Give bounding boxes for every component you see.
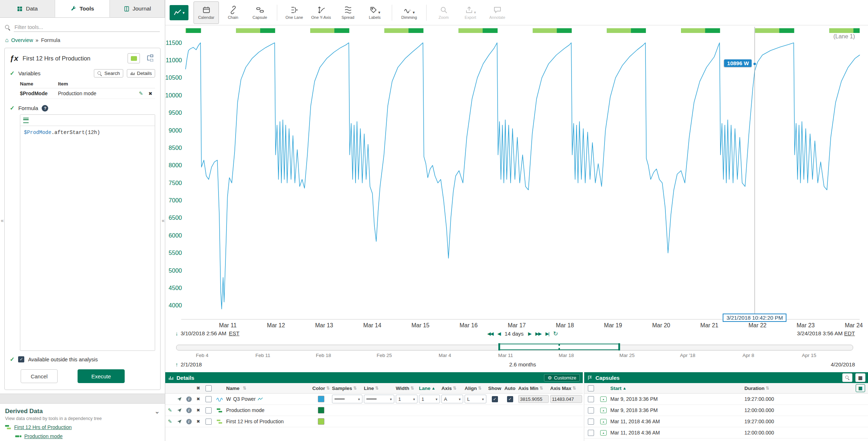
capsule-bar-dark[interactable] xyxy=(186,28,201,33)
capsule-start[interactable]: Mar 11, 2018 4:36 AM xyxy=(610,419,744,424)
y-tick-label[interactable]: 8500 xyxy=(169,144,182,151)
x-tick-label[interactable]: Mar 19 xyxy=(604,322,622,328)
capsule-checkbox[interactable] xyxy=(588,396,594,402)
col-axis-min[interactable]: Axis Min xyxy=(518,386,539,391)
remove-variable-icon[interactable]: ✖ xyxy=(146,91,155,96)
toolbar-calendar-button[interactable]: Calendar xyxy=(194,1,219,24)
timezone-link[interactable]: EST xyxy=(229,330,239,336)
timezone-link[interactable]: EDT xyxy=(844,330,855,336)
edit-tool-icon[interactable]: ✎ xyxy=(165,419,175,424)
refresh-icon[interactable]: ↻ xyxy=(553,330,558,337)
formula-lines-icon[interactable] xyxy=(23,118,29,123)
remove-item-icon[interactable]: ✖ xyxy=(194,419,203,424)
col-name[interactable]: Name xyxy=(226,386,240,391)
x-tick-label[interactable]: Mar 18 xyxy=(556,322,574,328)
cancel-button[interactable]: Cancel xyxy=(21,369,58,383)
col-lane[interactable]: Lane xyxy=(419,386,431,391)
color-swatch-button[interactable] xyxy=(128,53,140,63)
trend-chart[interactable]: 1150011000105001000095009000850080007500… xyxy=(165,25,868,329)
y-tick-label[interactable]: 9000 xyxy=(169,127,182,134)
breadcrumb-overview-link[interactable]: Overview xyxy=(11,37,33,43)
remove-item-icon[interactable]: ✖ xyxy=(194,408,203,413)
samples-style-dropdown[interactable]: ▾ xyxy=(332,395,362,403)
info-icon[interactable]: i xyxy=(186,419,192,424)
col-line[interactable]: Line xyxy=(364,386,374,391)
y-tick-label[interactable]: 11000 xyxy=(166,57,182,63)
goto-item-icon[interactable] xyxy=(175,419,184,424)
y-tick-label[interactable]: 4500 xyxy=(169,285,182,291)
color-swatch[interactable] xyxy=(318,396,324,402)
filter-tools-input[interactable] xyxy=(14,23,160,32)
available-outside-checkbox[interactable]: ✓ xyxy=(18,356,24,362)
item-name[interactable]: Q3 Power xyxy=(233,396,256,402)
customize-button[interactable]: ⚙ Customize xyxy=(544,374,580,382)
y-tick-label[interactable]: 5500 xyxy=(169,249,182,256)
col-start[interactable]: Start xyxy=(610,386,622,391)
axis-max-input[interactable]: 11483.047 xyxy=(550,395,582,403)
x-tick-label[interactable]: Mar 13 xyxy=(315,322,333,328)
edit-variable-icon[interactable]: ✎ xyxy=(136,91,146,96)
capsule-start[interactable]: Mar 11, 2018 4:36 AM xyxy=(610,430,744,436)
capsule-bar-light[interactable] xyxy=(385,28,408,33)
capsule-bar-light[interactable] xyxy=(681,28,705,33)
capsule-checkbox[interactable] xyxy=(588,407,594,413)
row-checkbox[interactable] xyxy=(205,396,212,402)
statistics-icon[interactable] xyxy=(258,397,263,401)
line-style-dropdown[interactable]: ▾ xyxy=(364,395,394,403)
toolbar-one-lane-button[interactable]: One Lane xyxy=(282,1,307,24)
step-forward-icon[interactable]: ▶ xyxy=(528,331,531,336)
x-tick-label[interactable]: Mar 20 xyxy=(652,322,670,328)
row-checkbox[interactable] xyxy=(205,419,212,425)
search-variables-button[interactable]: Search xyxy=(94,69,123,77)
tab-data[interactable]: Data xyxy=(0,0,55,17)
capsule-bar-light[interactable] xyxy=(533,28,557,33)
col-axis-max[interactable]: Axis Max xyxy=(550,386,572,391)
capsule-checkbox[interactable] xyxy=(588,419,594,425)
investigate-duration[interactable]: 2.6 months xyxy=(509,361,536,368)
y-tick-label[interactable]: 6000 xyxy=(169,232,182,239)
formula-code-area[interactable]: $ProdMode.afterStart(12h) xyxy=(20,126,155,350)
investigate-range-slider[interactable] xyxy=(176,345,853,350)
tab-journal[interactable]: Journal xyxy=(110,0,165,17)
capsule-bar-light[interactable] xyxy=(236,28,260,33)
capsule-start[interactable]: Mar 9, 2018 3:36 PM xyxy=(610,396,744,402)
y-tick-label[interactable]: 8000 xyxy=(169,162,182,168)
col-samples[interactable]: Samples xyxy=(332,386,352,391)
y-tick-label[interactable]: 7500 xyxy=(169,180,182,186)
x-tick-label[interactable]: Mar 15 xyxy=(411,322,429,328)
show-checkbox[interactable]: ✓ xyxy=(492,396,498,402)
goto-item-icon[interactable] xyxy=(175,396,184,402)
capsule-bar-light[interactable] xyxy=(186,28,186,33)
select-all-capsules-checkbox[interactable] xyxy=(588,385,594,391)
x-tick-label[interactable]: Mar 22 xyxy=(748,322,767,328)
capsule-bar-light[interactable] xyxy=(607,28,631,33)
x-tick-label[interactable]: Mar 24 xyxy=(845,322,863,328)
info-icon[interactable]: i xyxy=(186,396,192,402)
line-width-dropdown[interactable]: 1▾ xyxy=(396,395,418,403)
y-tick-label[interactable]: 7000 xyxy=(169,197,182,203)
x-tick-label[interactable]: Mar 17 xyxy=(508,322,526,328)
col-auto[interactable]: Auto xyxy=(504,386,516,391)
y-tick-label[interactable]: 11500 xyxy=(166,39,182,46)
y-tick-label[interactable]: 4000 xyxy=(169,302,182,308)
x-tick-label[interactable]: Mar 23 xyxy=(797,322,815,328)
axis-dropdown[interactable]: A▾ xyxy=(441,395,463,403)
goto-item-icon[interactable] xyxy=(175,408,184,413)
auto-scale-checkbox[interactable]: ✓ xyxy=(507,396,513,402)
dependency-tree-icon[interactable] xyxy=(144,54,155,63)
toolbar-labels-button[interactable]: ▾ Labels xyxy=(362,1,387,24)
item-name[interactable]: Production mode xyxy=(226,407,265,413)
toolbar-capsule-button[interactable]: Capsule xyxy=(247,1,273,24)
slider-selected-window[interactable] xyxy=(498,344,620,350)
step-to-end-icon[interactable]: ▶| xyxy=(545,331,549,336)
col-show[interactable]: Show xyxy=(488,386,501,391)
col-width[interactable]: Width xyxy=(396,386,409,391)
capsule-checkbox[interactable] xyxy=(588,430,594,436)
home-icon[interactable]: ⌂ xyxy=(5,37,9,43)
x-tick-label[interactable]: Mar 16 xyxy=(460,322,478,328)
tab-tools[interactable]: Tools xyxy=(55,0,110,17)
col-axis[interactable]: Axis xyxy=(441,386,452,391)
capsule-bar-light[interactable] xyxy=(310,28,334,33)
tool-name-input[interactable]: First 12 Hrs of Production xyxy=(22,55,123,62)
execute-button[interactable]: Execute xyxy=(78,369,125,383)
